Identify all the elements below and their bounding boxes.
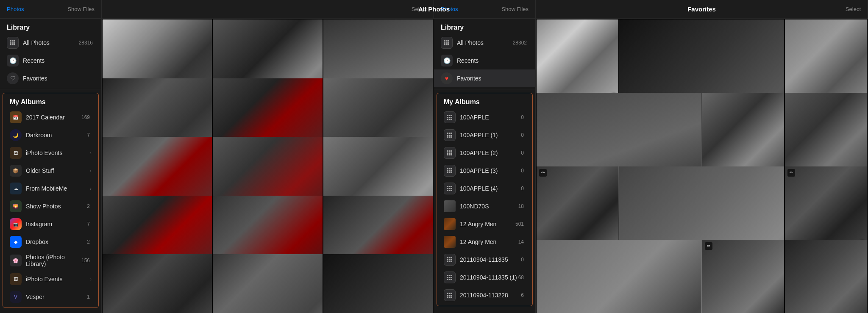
all-photos-label-right: All Photos	[457, 39, 513, 46]
left-show-files-button[interactable]: Show Files	[67, 6, 95, 12]
100nd70s-count: 18	[518, 203, 524, 209]
sidebar-item-photos-iphoto[interactable]: 🌸 Photos (iPhoto Library) 156	[3, 251, 98, 270]
12angry-label: 12 Angry Men	[460, 221, 515, 227]
sidebar-item-from-mobileme[interactable]: ☁ From MobileMe ›	[3, 180, 98, 197]
sidebar-item-older-stuff[interactable]: 📦 Older Stuff ›	[3, 162, 98, 180]
iphoto-events-chevron: ›	[90, 150, 92, 155]
my-albums-section-right: My Albums 100APPLE 0 100APPLE (1) 0	[437, 93, 533, 306]
sidebar-item-vesper[interactable]: V Vesper 1	[3, 288, 98, 306]
photo-cell-building[interactable]	[785, 93, 867, 175]
photo-cell-graffiti[interactable]: ✏	[702, 240, 784, 313]
right-show-files-button[interactable]: Show Files	[501, 6, 529, 12]
100nd70s-label: 100ND70S	[460, 203, 518, 210]
left-photos-button[interactable]: Photos	[7, 6, 24, 12]
show-photos-label: Show Photos	[26, 203, 87, 210]
photo-cell[interactable]	[103, 254, 212, 313]
sidebar-item-12angry[interactable]: 12 Angry Men 501	[437, 215, 532, 233]
my-albums-header-right: My Albums	[437, 95, 532, 108]
sidebar-item-20110904-113228[interactable]: 20110904-113228 6	[437, 286, 532, 304]
vesper-count: 1	[87, 294, 90, 300]
sidebar-item-100apple2[interactable]: 100APPLE (2) 0	[437, 144, 532, 162]
right-photo-grid: ♥ ✏ ♥ ✏ ♥ ✏	[536, 19, 868, 313]
sidebar-item-all-photos-left[interactable]: All Photos 28316	[0, 34, 101, 52]
vesper-icon: V	[10, 291, 22, 303]
sidebar-item-100apple3[interactable]: 100APPLE (3) 0	[437, 162, 532, 180]
recents-icon: 🕐	[7, 55, 19, 66]
100apple3-label: 100APPLE (3)	[460, 167, 521, 174]
older-stuff-icon: 📦	[10, 165, 22, 177]
20110904-111335-1-icon	[444, 271, 456, 283]
iphoto-events2-label: iPhoto Events	[26, 276, 90, 283]
iphoto-events2-chevron: ›	[90, 277, 92, 282]
recents-label-right: Recents	[457, 57, 529, 64]
sidebar-item-favorites-left[interactable]: ♡ Favorites	[0, 69, 101, 87]
sidebar-item-iphoto-events[interactable]: 🖼 iPhoto Events ›	[3, 144, 98, 162]
100apple-count: 0	[521, 114, 524, 120]
darkroom-label: Darkroom	[26, 132, 87, 138]
right-sidebar: Photos Show Files Library All Photos 283…	[434, 0, 536, 313]
sidebar-item-100apple4[interactable]: 100APPLE (4) 0	[437, 180, 532, 197]
darkroom-icon: 🌙	[10, 129, 22, 141]
photo-cell-fog[interactable]	[785, 19, 867, 101]
sidebar-item-favorites-right[interactable]: ♥ Favorites	[434, 69, 535, 87]
left-all-photos-title: All Photos	[418, 6, 434, 13]
12angry-icon	[444, 218, 456, 230]
iphoto-events2-icon: 🖼	[10, 273, 22, 285]
20110904-111335-1-count: 68	[518, 274, 524, 280]
photo-cell-steps[interactable]	[702, 93, 784, 175]
dropbox-label: Dropbox	[26, 238, 87, 245]
sidebar-item-100apple[interactable]: 100APPLE 0	[437, 108, 532, 126]
edit-badge: ✏	[539, 169, 547, 177]
sidebar-item-2017calendar[interactable]: 📅 2017 Calendar 169	[3, 108, 98, 126]
100apple3-icon	[444, 165, 456, 177]
photo-cell[interactable]	[213, 254, 322, 313]
100apple2-label: 100APPLE (2)	[460, 150, 521, 156]
photo-cell-lines[interactable]: ♥	[537, 19, 618, 101]
sidebar-item-20110904-111335-1[interactable]: 20110904-111335 (1) 68	[437, 269, 532, 286]
left-panel: Photos Show Files Library All Photos 283…	[0, 0, 434, 313]
20110904-111335-icon	[444, 254, 456, 266]
sidebar-item-recents-left[interactable]: 🕐 Recents	[0, 52, 101, 69]
left-library-header: Library	[0, 19, 101, 34]
sidebar-item-show-photos[interactable]: 🌄 Show Photos 2	[3, 197, 98, 215]
photos-iphoto-count: 156	[81, 258, 90, 263]
photo-cell-winter[interactable]	[537, 240, 701, 313]
photo-cell-edit2[interactable]	[785, 240, 867, 313]
favorites-icon-left: ♡	[7, 72, 19, 84]
sidebar-item-100nd70s[interactable]: 100ND70S 18	[437, 197, 532, 215]
sidebar-item-recents-right[interactable]: 🕐 Recents	[434, 52, 535, 69]
100apple4-count: 0	[521, 186, 524, 191]
dropbox-count: 2	[87, 239, 90, 245]
right-select-button[interactable]: Select	[846, 6, 861, 12]
photo-cell-edit1[interactable]: ✏ ♥	[785, 166, 867, 248]
sidebar-item-12angry2[interactable]: 12 Angry Men 14	[437, 233, 532, 251]
edit-badge2: ✏	[787, 169, 795, 177]
sidebar-item-dropbox[interactable]: ◆ Dropbox 2	[3, 233, 98, 251]
photo-cell-metro[interactable]: ✏	[537, 166, 618, 248]
sidebar-item-20110904-111335[interactable]: 20110904-111335 0	[437, 251, 532, 269]
mobileme-chevron: ›	[90, 186, 92, 191]
2017calendar-label: 2017 Calendar	[26, 114, 81, 121]
photo-cell[interactable]	[323, 254, 433, 313]
20110904-113228-count: 6	[521, 292, 524, 298]
iphoto-events-label: iPhoto Events	[26, 150, 90, 156]
left-main-content: All Photos Select	[102, 0, 434, 313]
sidebar-item-instagram[interactable]: 📷 Instagram 7	[3, 215, 98, 233]
recents-icon-right: 🕐	[441, 55, 453, 66]
mobileme-icon: ☁	[10, 183, 22, 194]
right-main-topbar: Favorites Select	[536, 0, 868, 19]
sidebar-item-all-photos-right[interactable]: All Photos 28302	[434, 34, 535, 52]
sidebar-item-darkroom[interactable]: 🌙 Darkroom 7	[3, 126, 98, 144]
right-library-header: Library	[434, 19, 535, 34]
12angry2-icon	[444, 236, 456, 248]
favorites-label-left: Favorites	[23, 75, 95, 82]
100apple3-count: 0	[521, 168, 524, 174]
sidebar-item-100apple1[interactable]: 100APPLE (1) 0	[437, 126, 532, 144]
100apple-icon	[444, 111, 456, 123]
right-panel: Photos Show Files Library All Photos 283…	[434, 0, 868, 313]
sidebar-item-iphoto-events2[interactable]: 🖼 iPhoto Events ›	[3, 270, 98, 288]
vesper-label: Vesper	[26, 294, 87, 300]
left-photo-grid	[102, 19, 434, 313]
older-stuff-chevron: ›	[90, 168, 92, 173]
100apple4-label: 100APPLE (4)	[460, 185, 521, 192]
